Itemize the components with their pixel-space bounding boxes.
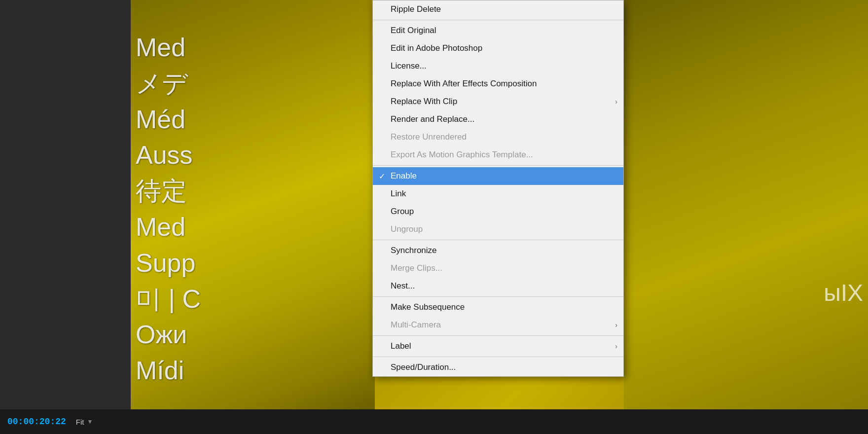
submenu-arrow-icon: ›: [615, 98, 617, 106]
right-panel-text: ыIX: [824, 275, 863, 311]
menu-item-link[interactable]: Link: [373, 185, 623, 203]
menu-item-ripple-delete[interactable]: Ripple Delete: [373, 0, 623, 18]
menu-separator: [373, 20, 623, 20]
menu-item-label: Edit in Adobe Photoshop: [391, 43, 482, 53]
menu-item-label: Nest...: [391, 281, 415, 291]
right-panel: ыIX: [624, 0, 868, 409]
menu-item-merge-clips: Merge Clips...: [373, 259, 623, 277]
menu-item-label: Speed/Duration...: [391, 362, 456, 372]
menu-item-label: Replace With After Effects Composition: [391, 79, 537, 89]
menu-item-edit-photoshop[interactable]: Edit in Adobe Photoshop: [373, 39, 623, 57]
fit-label: Fit: [76, 418, 84, 426]
menu-item-edit-original[interactable]: Edit Original: [373, 22, 623, 39]
menu-item-replace-clip[interactable]: Replace With Clip›: [373, 93, 623, 110]
menu-item-speed-duration[interactable]: Speed/Duration...: [373, 359, 623, 376]
menu-item-label: Export As Motion Graphics Template...: [391, 150, 533, 160]
fit-dropdown[interactable]: Fit ▼: [76, 418, 93, 426]
menu-item-label: Label: [391, 341, 411, 351]
menu-item-group[interactable]: Group: [373, 203, 623, 220]
fit-dropdown-arrow: ▼: [87, 418, 93, 425]
menu-item-replace-ae[interactable]: Replace With After Effects Composition: [373, 75, 623, 93]
menu-item-label: Ungroup: [391, 224, 423, 234]
menu-item-multi-camera: Multi-Camera›: [373, 316, 623, 334]
menu-item-label: Link: [391, 189, 406, 199]
menu-separator: [373, 357, 623, 357]
menu-item-label[interactable]: Label›: [373, 337, 623, 355]
menu-item-label: Render and Replace...: [391, 114, 474, 124]
video-text: MedメデMédAuss待定MedSupp미 | CОжиMídi: [131, 30, 375, 389]
menu-separator: [373, 335, 623, 336]
left-panel: [0, 0, 131, 434]
menu-item-restore-unrendered: Restore Unrendered: [373, 128, 623, 146]
bottom-bar: 00:00:20:22 Fit ▼: [0, 409, 868, 434]
menu-item-render-replace[interactable]: Render and Replace...: [373, 110, 623, 128]
menu-item-label: Make Subsequence: [391, 302, 465, 312]
menu-item-make-subsequence[interactable]: Make Subsequence: [373, 298, 623, 316]
menu-item-synchronize[interactable]: Synchronize: [373, 242, 623, 259]
checkmark-icon: ✓: [379, 172, 385, 181]
menu-item-export-motion: Export As Motion Graphics Template...: [373, 146, 623, 164]
menu-item-label: Synchronize: [391, 246, 437, 255]
menu-item-label: Replace With Clip: [391, 97, 457, 107]
menu-separator: [373, 296, 623, 297]
menu-item-label: Restore Unrendered: [391, 132, 467, 142]
timecode: 00:00:20:22: [7, 417, 66, 427]
menu-separator: [373, 165, 623, 166]
menu-item-license[interactable]: License...: [373, 57, 623, 75]
menu-item-label: Multi-Camera: [391, 320, 441, 330]
submenu-arrow-icon: ›: [615, 321, 617, 329]
submenu-arrow-icon: ›: [615, 342, 617, 350]
menu-item-ungroup: Ungroup: [373, 220, 623, 238]
menu-separator: [373, 240, 623, 240]
menu-item-label: Group: [391, 207, 414, 217]
menu-item-label: Merge Clips...: [391, 263, 442, 273]
menu-item-label: Edit Original: [391, 26, 436, 36]
menu-item-label: Ripple Delete: [391, 4, 441, 14]
menu-item-label: License...: [391, 61, 427, 71]
video-content: MedメデMédAuss待定MedSupp미 | CОжиMídi: [131, 0, 375, 409]
menu-item-nest[interactable]: Nest...: [373, 277, 623, 295]
menu-item-label: Enable: [391, 171, 417, 181]
menu-item-enable[interactable]: ✓Enable: [373, 167, 623, 185]
context-menu: Ripple DeleteEdit OriginalEdit in Adobe …: [372, 0, 624, 377]
